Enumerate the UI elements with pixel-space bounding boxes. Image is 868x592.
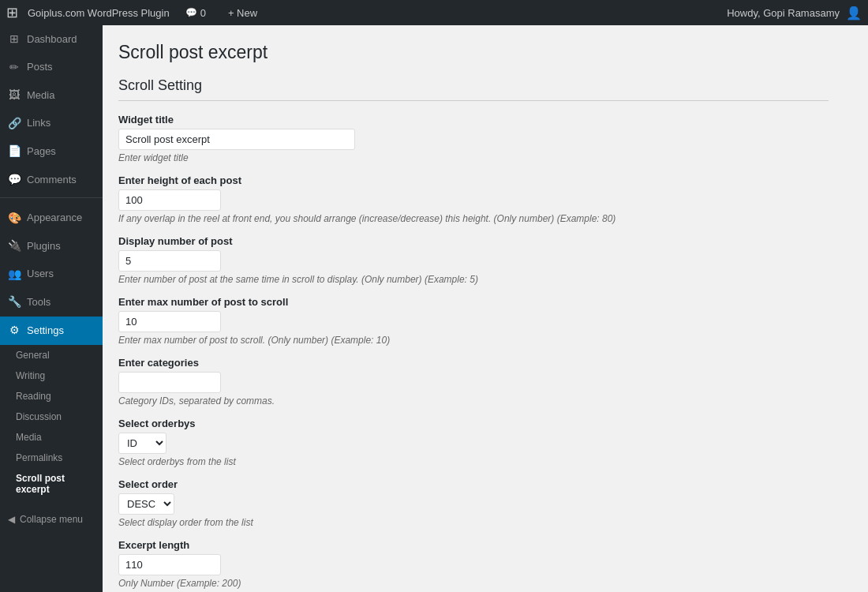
wp-logo-icon[interactable]: ⊞ xyxy=(6,4,18,21)
links-icon: 🔗 xyxy=(8,116,21,132)
dashboard-icon: ⊞ xyxy=(8,32,21,47)
widget-title-hint: Enter widget title xyxy=(118,152,829,163)
display-num-input[interactable] xyxy=(118,250,221,272)
sidebar-item-appearance[interactable]: 🎨 Appearance xyxy=(0,204,103,233)
height-input[interactable] xyxy=(118,189,221,211)
appearance-icon: 🎨 xyxy=(8,211,21,227)
user-avatar-icon: 👤 xyxy=(846,6,862,21)
new-content-link[interactable]: + New xyxy=(222,4,264,22)
max-num-group: Enter max number of post to scroll Enter… xyxy=(118,296,829,346)
sidebar-item-settings[interactable]: ⚙ Settings xyxy=(0,317,103,345)
submenu-media[interactable]: Media xyxy=(0,427,103,448)
section-title: Scroll Setting xyxy=(118,77,829,101)
widget-title-group: Widget title Enter widget title xyxy=(118,114,829,163)
sidebar-item-users[interactable]: 👥 Users xyxy=(0,260,103,289)
max-num-hint: Enter max number of post to scroll. (Onl… xyxy=(118,335,829,346)
page-title: Scroll post excerpt xyxy=(118,41,829,65)
sidebar-item-pages[interactable]: 📄 Pages xyxy=(0,137,103,166)
height-hint: If any overlap in the reel at front end,… xyxy=(118,213,829,224)
max-num-input[interactable] xyxy=(118,311,221,332)
plugins-icon: 🔌 xyxy=(8,238,21,254)
sidebar-item-plugins[interactable]: 🔌 Plugins xyxy=(0,232,103,260)
site-name[interactable]: Goiplus.com WordPress Plugin xyxy=(28,7,170,19)
order-group: Select order DESC ASC Select display ord… xyxy=(118,478,829,528)
collapse-menu-button[interactable]: ◀ Collapse menu xyxy=(0,508,103,531)
submenu-reading[interactable]: Reading xyxy=(0,386,103,407)
order-hint: Select display order from the list xyxy=(118,517,829,528)
submenu-permalinks[interactable]: Permalinks xyxy=(0,448,103,468)
orderbys-group: Select orderbys ID date title rand Selec… xyxy=(118,418,829,467)
sidebar-item-media[interactable]: 🖼 Media xyxy=(0,81,103,110)
display-num-label: Display number of post xyxy=(118,235,829,247)
sidebar-item-links[interactable]: 🔗 Links xyxy=(0,110,103,138)
posts-icon: ✏ xyxy=(8,60,21,76)
main-content: Scroll post excerpt Scroll Setting Widge… xyxy=(103,25,868,592)
categories-label: Enter categories xyxy=(118,357,829,369)
comments-icon: 💬 xyxy=(8,172,21,188)
submenu-discussion[interactable]: Discussion xyxy=(0,407,103,427)
height-group: Enter height of each post If any overlap… xyxy=(118,174,829,224)
howdy-text: Howdy, Gopi Ramasamy xyxy=(727,7,840,19)
comments-link[interactable]: 💬 0 xyxy=(179,4,212,22)
orderbys-hint: Select orderbys from the list xyxy=(118,456,829,467)
excerpt-group: Excerpt length Only Number (Example: 200… xyxy=(118,539,829,589)
display-num-group: Display number of post Enter number of p… xyxy=(118,235,829,285)
order-label: Select order xyxy=(118,478,829,490)
tools-icon: 🔧 xyxy=(8,294,21,310)
display-num-hint: Enter number of post at the same time in… xyxy=(118,274,829,285)
submenu-general[interactable]: General xyxy=(0,345,103,365)
orderbys-select[interactable]: ID date title rand xyxy=(118,433,166,454)
widget-title-input[interactable] xyxy=(118,129,355,150)
sidebar-item-posts[interactable]: ✏ Posts xyxy=(0,54,103,82)
comment-icon: 💬 xyxy=(185,7,197,18)
settings-icon: ⚙ xyxy=(8,323,21,339)
sidebar-item-comments[interactable]: 💬 Comments xyxy=(0,166,103,194)
categories-hint: Category IDs, separated by commas. xyxy=(118,395,829,407)
max-num-label: Enter max number of post to scroll xyxy=(118,296,829,308)
sidebar-item-dashboard[interactable]: ⊞ Dashboard xyxy=(0,25,103,54)
widget-title-label: Widget title xyxy=(118,114,829,126)
admin-sidebar: ⊞ Dashboard ✏ Posts 🖼 Media 🔗 Links 📄 Pa… xyxy=(0,25,103,592)
users-icon: 👥 xyxy=(8,267,21,283)
excerpt-input[interactable] xyxy=(118,554,221,575)
sidebar-item-tools[interactable]: 🔧 Tools xyxy=(0,288,103,317)
submenu-writing[interactable]: Writing xyxy=(0,365,103,386)
height-label: Enter height of each post xyxy=(118,174,829,186)
admin-bar: ⊞ Goiplus.com WordPress Plugin 💬 0 + New… xyxy=(0,0,868,25)
excerpt-label: Excerpt length xyxy=(118,539,829,551)
categories-group: Enter categories Category IDs, separated… xyxy=(118,357,829,407)
excerpt-hint: Only Number (Example: 200) xyxy=(118,578,829,589)
orderbys-label: Select orderbys xyxy=(118,418,829,429)
media-icon: 🖼 xyxy=(8,88,21,103)
pages-icon: 📄 xyxy=(8,144,21,159)
order-select[interactable]: DESC ASC xyxy=(118,493,174,515)
submenu-scroll-post-excerpt[interactable]: Scroll post excerpt xyxy=(0,468,103,500)
collapse-icon: ◀ xyxy=(8,514,15,525)
categories-input[interactable] xyxy=(118,372,221,393)
